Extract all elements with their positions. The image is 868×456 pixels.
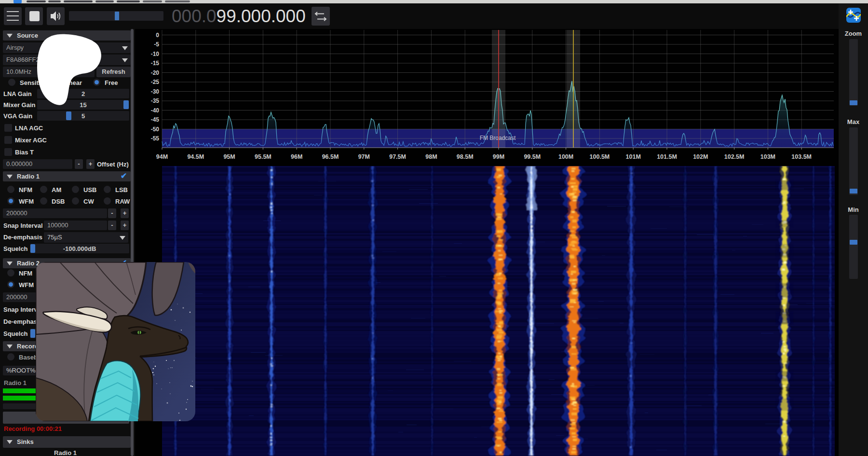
svg-text:-15: -15 — [151, 60, 160, 67]
svg-text:98.5M: 98.5M — [457, 153, 474, 160]
svg-text:103M: 103M — [760, 153, 775, 160]
svg-text:95M: 95M — [223, 153, 235, 160]
svg-text:99M: 99M — [493, 153, 504, 160]
svg-text:-55: -55 — [151, 135, 160, 142]
svg-text:100M: 100M — [558, 153, 573, 160]
svg-text:102.5M: 102.5M — [724, 153, 745, 160]
svg-text:99.5M: 99.5M — [524, 153, 541, 160]
svg-text:94M: 94M — [156, 153, 168, 160]
svg-text:101M: 101M — [626, 153, 641, 160]
svg-text:101.5M: 101.5M — [657, 153, 677, 160]
svg-text:95.5M: 95.5M — [255, 153, 271, 160]
svg-text:-10: -10 — [151, 51, 160, 57]
svg-text:94.5M: 94.5M — [187, 153, 204, 160]
svg-text:0: 0 — [156, 32, 159, 39]
svg-text:100.5M: 100.5M — [590, 153, 610, 160]
svg-text:-40: -40 — [151, 107, 160, 114]
svg-text:97M: 97M — [358, 153, 370, 160]
svg-text:-30: -30 — [151, 88, 160, 95]
svg-text:-50: -50 — [151, 126, 160, 133]
svg-text:97.5M: 97.5M — [389, 153, 406, 160]
svg-text:-25: -25 — [151, 79, 160, 85]
svg-text:-20: -20 — [151, 69, 160, 76]
svg-text:-45: -45 — [151, 116, 160, 123]
svg-text:103.5M: 103.5M — [791, 153, 812, 160]
svg-text:102M: 102M — [693, 153, 708, 160]
svg-text:-35: -35 — [151, 97, 160, 104]
svg-text:98M: 98M — [425, 153, 437, 160]
svg-text:-5: -5 — [154, 41, 159, 48]
svg-text:96.5M: 96.5M — [322, 153, 339, 160]
svg-text:96M: 96M — [291, 153, 302, 160]
